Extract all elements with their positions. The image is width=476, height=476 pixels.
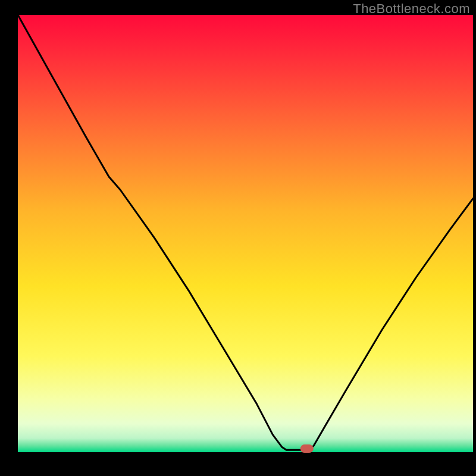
- bottleneck-chart: [0, 0, 476, 476]
- chart-frame: TheBottleneck.com: [0, 0, 476, 476]
- watermark-text: TheBottleneck.com: [353, 1, 470, 17]
- optimal-marker: [300, 444, 314, 453]
